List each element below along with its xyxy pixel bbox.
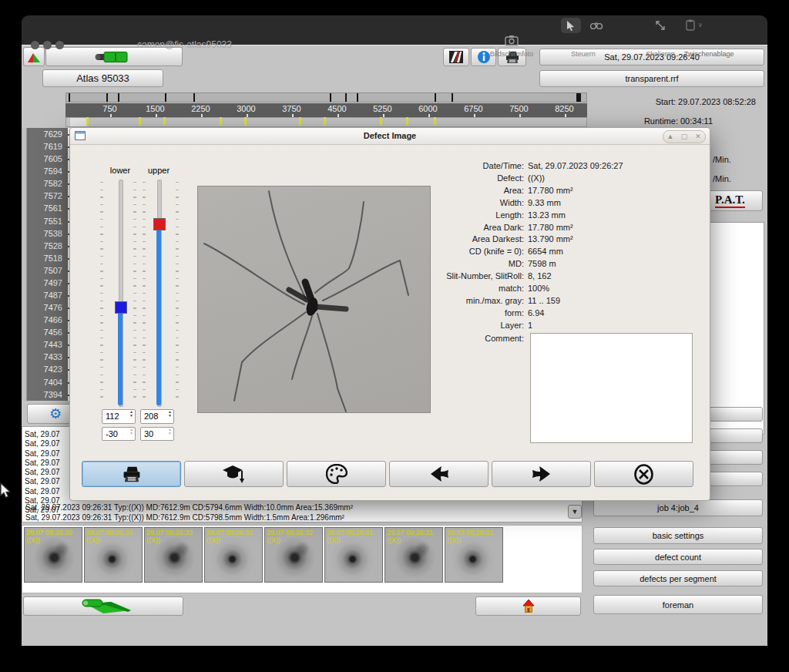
- defect-thumbnail[interactable]: 29.07 09:26:31 ((X)): [384, 527, 443, 583]
- previous-button[interactable]: [389, 461, 489, 487]
- dialog-titlebar[interactable]: Defect Image ▲ ▢ ✕: [70, 128, 710, 145]
- slider-ticks: [176, 182, 179, 404]
- knife-button[interactable]: [443, 48, 469, 66]
- close-window-button[interactable]: ✕: [691, 131, 705, 143]
- lower-slider-fill: [118, 307, 123, 405]
- arrow-left-icon: [428, 465, 451, 483]
- comment-textarea[interactable]: [530, 333, 693, 443]
- md-scale-row: 7594: [27, 165, 68, 177]
- cursor-icon: [566, 21, 576, 31]
- event-tick: [435, 93, 436, 102]
- job-button[interactable]: job 4:job_4: [593, 499, 763, 516]
- log-scroll-down-button[interactable]: ▼: [568, 505, 582, 519]
- mac-screenshot-tool[interactable]: Bildschirmfoto: [481, 50, 542, 58]
- printer-icon: [122, 465, 142, 483]
- close-circle-icon: [633, 464, 654, 485]
- ruler-label: 6000: [405, 103, 451, 117]
- detail-row: Area:17.780 mm²: [438, 185, 706, 197]
- next-button[interactable]: [492, 461, 591, 487]
- md-scale-row: 7582: [27, 177, 68, 190]
- upper-slider-fill: [156, 223, 161, 405]
- print-button[interactable]: [82, 461, 181, 487]
- detail-value: 17.780 mm²: [528, 223, 573, 232]
- thumbnail-time: 29.07 09:26:33: [146, 529, 193, 536]
- basic-settings-button[interactable]: basic settings: [593, 527, 763, 544]
- lower-value-spinbox[interactable]: 112▲▼: [102, 409, 136, 424]
- thumbnail-type: ((X)): [86, 536, 100, 544]
- md-scale-row: 7629: [27, 128, 68, 140]
- event-tick: [345, 93, 347, 102]
- defect-thumbnail[interactable]: 29.07 09:26:39 ((X)): [24, 527, 82, 583]
- detail-label: Area Darkest:: [438, 234, 524, 246]
- detail-value: 6.94: [528, 308, 544, 318]
- defect-thumbnail[interactable]: 29.07 09:26:31 ((X)): [324, 527, 383, 583]
- defect-thumbnail[interactable]: 29.07 09:26:33 ((X)): [84, 527, 143, 583]
- upper-offset-spinbox[interactable]: 30▲▼: [140, 427, 174, 441]
- defect-tick: [139, 117, 141, 126]
- home-button[interactable]: [475, 596, 581, 616]
- thumbnail-type: ((X)): [327, 536, 341, 544]
- mac-minimize-button[interactable]: [43, 41, 52, 49]
- event-tick: [452, 93, 453, 102]
- defect-details: Date/Time:Sat, 29.07.2023 09:26:27 Defec…: [438, 160, 706, 332]
- detail-value: 7598 m: [528, 259, 556, 268]
- file-button[interactable]: transparent.rrf: [539, 70, 764, 87]
- detail-value: 8, 162: [528, 271, 552, 281]
- event-tick: [106, 93, 108, 102]
- mac-titlebar[interactable]: camen@fis-atlas95033 Bildschirmfoto Steu…: [22, 15, 767, 45]
- slider-ticks: [143, 182, 146, 404]
- defect-thumbnail[interactable]: 29.07 09:26:32 ((X)): [264, 527, 323, 583]
- thumbnail-time: 29.07 09:26:33: [86, 529, 133, 536]
- spin-arrows: ▲▼: [129, 428, 133, 435]
- knife-roll-icon: [448, 50, 464, 64]
- md-scrollbar[interactable]: [22, 128, 27, 401]
- teach-button[interactable]: [184, 461, 284, 487]
- md-scale-row: 7551: [27, 215, 68, 227]
- upper-slider-handle[interactable]: [153, 218, 166, 230]
- ruler-label: 7500: [496, 103, 542, 117]
- detail-label: Area:: [438, 185, 524, 197]
- mac-clipboard-tool[interactable]: Zwischenablage: [673, 50, 744, 58]
- machine-button[interactable]: Atlas 95033: [42, 69, 163, 87]
- defect-tick: [434, 117, 436, 126]
- md-scale-row: 7443: [27, 338, 68, 351]
- palette-button[interactable]: [287, 461, 386, 487]
- defect-tick: [299, 117, 301, 126]
- detail-label: Length:: [438, 210, 524, 222]
- thumbnail-type: ((X)): [146, 536, 160, 544]
- defect-thumbnail[interactable]: 29.07 09:26:32 ((X)): [204, 527, 263, 583]
- mac-zoom-button[interactable]: [55, 41, 64, 49]
- event-tick: [357, 93, 358, 102]
- md-scale-row: 7572: [27, 190, 68, 202]
- lower-slider-handle[interactable]: [115, 301, 127, 314]
- detail-value: 13.790 mm²: [528, 234, 573, 244]
- shade-button[interactable]: ▲: [663, 131, 677, 143]
- md-scale-row: 7528: [27, 240, 68, 252]
- close-button[interactable]: [594, 461, 693, 487]
- event-tick: [69, 93, 70, 102]
- graduation-cap-icon: [223, 464, 246, 484]
- foreman-button[interactable]: foreman: [593, 595, 763, 614]
- defect-thumbnail[interactable]: 29.07 09:26:33 ((X)): [144, 527, 203, 583]
- ruler-label: 750: [87, 103, 133, 117]
- lower-offset-spinbox[interactable]: -30▲▼: [102, 427, 136, 441]
- event-ruler[interactable]: [65, 92, 587, 102]
- detail-row: Date/Time:Sat, 29.07.2023 09:26:27: [438, 160, 706, 173]
- event-tick-thick: [576, 93, 581, 102]
- unroll-button[interactable]: [23, 596, 183, 616]
- resize-arrows-icon: [655, 20, 666, 31]
- defects-per-segment-button[interactable]: defects per segment: [593, 570, 763, 586]
- green-unroll-icon: [57, 598, 149, 615]
- spin-arrows[interactable]: ▲▼: [129, 410, 133, 418]
- mac-control-tool[interactable]: Steuern: [553, 50, 613, 58]
- md-ruler[interactable]: 7501500225030003750450052506000675075008…: [65, 103, 587, 117]
- logo-button[interactable]: [23, 47, 45, 66]
- ruler-label: 4500: [314, 103, 360, 117]
- dialog-title: Defect Image: [70, 128, 710, 144]
- spin-arrows[interactable]: ▲▼: [168, 410, 172, 418]
- defect-count-button[interactable]: defect count: [593, 549, 763, 565]
- mac-close-button[interactable]: [31, 41, 39, 49]
- defect-thumbnail[interactable]: 29.07 09:26:31 ((X)): [445, 527, 503, 583]
- maximize-button[interactable]: ▢: [677, 131, 691, 143]
- upper-value-spinbox[interactable]: 208▲▼: [140, 409, 174, 424]
